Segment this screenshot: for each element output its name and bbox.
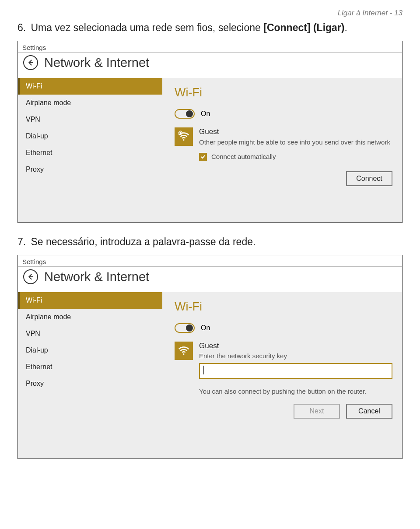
wifi-warning-icon [175,127,193,146]
step-6-num: 6. [18,21,28,35]
svg-point-1 [183,139,184,141]
network-item[interactable]: Guest Other people might be able to see … [175,127,392,147]
check-icon [200,154,206,159]
step-7-num: 7. [18,235,28,249]
cancel-button[interactable]: Cancel [346,404,392,419]
sidebar-item-vpn[interactable]: VPN [18,111,162,128]
sidebar-item-ethernet-2[interactable]: Ethernet [18,359,162,375]
arrow-left-icon [27,273,35,281]
sidebar-item-proxy-2[interactable]: Proxy [18,375,162,392]
wifi-toggle[interactable] [175,109,195,119]
connect-button[interactable]: Connect [346,171,392,186]
step-7-text: Se necessário, introduza a palavra-passe… [31,236,256,247]
sidebar-2: Wi-Fi Airplane mode VPN Dial-up Ethernet… [18,292,162,458]
connect-auto-checkbox[interactable] [199,153,207,161]
wifi-toggle-2[interactable] [175,323,195,333]
sidebar-item-dialup[interactable]: Dial-up [18,128,162,145]
settings-label-2: Settings [18,255,402,267]
sidebar-item-wifi[interactable]: Wi-Fi [18,78,162,95]
security-key-input[interactable] [199,363,392,379]
network-item-2[interactable]: Guest Enter the network security key You… [175,342,392,419]
sidebar-item-airplane[interactable]: Airplane mode [18,95,162,111]
sidebar-item-airplane-2[interactable]: Airplane mode [18,309,162,325]
router-note: You can also connect by pushing the butt… [199,388,392,395]
arrow-left-icon [27,59,35,67]
sidebar-item-dialup-2[interactable]: Dial-up [18,342,162,359]
back-button[interactable] [23,55,38,70]
security-key-label: Enter the network security key [199,352,392,360]
wifi-icon [175,342,193,360]
step-6-text-b: . [344,22,347,33]
sidebar-item-wifi-2[interactable]: Wi-Fi [18,292,162,309]
settings-label: Settings [18,41,402,53]
step-6-bold: [Connect] (Ligar) [263,22,344,33]
connect-auto-label: Connect automatically [211,153,276,160]
network-name-2: Guest [199,342,392,350]
step-6-text-a: Uma vez selecionada uma rede sem fios, s… [31,22,263,33]
svg-point-4 [183,353,184,355]
network-name: Guest [199,127,392,136]
page-title-2: Network & Internet [44,270,149,284]
step-6: 6. Uma vez selecionada uma rede sem fios… [18,21,402,35]
content-heading-2: Wi-Fi [175,300,392,314]
sidebar: Wi-Fi Airplane mode VPN Dial-up Ethernet… [18,78,162,222]
toggle-state-2: On [201,324,210,332]
network-warning: Other people might be able to see info y… [199,138,392,147]
page-header: Ligar à Internet - 13 [18,9,402,18]
page-title: Network & Internet [44,56,149,70]
sidebar-item-vpn-2[interactable]: VPN [18,325,162,342]
back-button-2[interactable] [23,269,38,284]
step-7: 7. Se necessário, introduza a palavra-pa… [18,235,402,249]
screenshot-1: Settings Network & Internet Wi-Fi Airpla… [18,41,402,223]
content-heading: Wi-Fi [175,86,392,99]
sidebar-item-ethernet[interactable]: Ethernet [18,145,162,161]
toggle-state: On [201,110,210,118]
next-button[interactable]: Next [294,404,340,419]
screenshot-2: Settings Network & Internet Wi-Fi Airpla… [18,255,402,459]
sidebar-item-proxy[interactable]: Proxy [18,161,162,178]
